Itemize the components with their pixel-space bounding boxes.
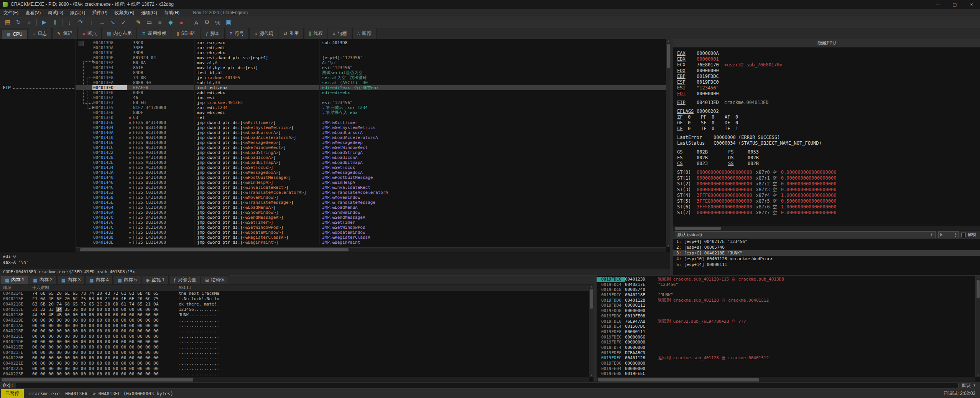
run-to-cursor-button[interactable]: →: [97, 18, 107, 27]
stack-row[interactable]: 0019FDF0 00000000: [597, 340, 975, 345]
dump-row[interactable]: 0040215E 21 0A 4E 6F 20 6C 75 63 6B 21 0…: [0, 296, 594, 302]
stack-row[interactable]: 0019FDC4 0040217E "123456": [597, 282, 975, 287]
disasm-row[interactable]: 004013F0 . 03FB add edi,ebx edi=edi+ebx: [76, 90, 666, 95]
toolbar-separator[interactable]: [62, 19, 62, 26]
disasm-row[interactable]: 004013F5 . 81F7 34120000 xor edi,1234 计算…: [76, 105, 666, 110]
stack-row[interactable]: 0019FDE8 00000111: [597, 329, 975, 335]
disasm-row[interactable]: 00401446 ▪ FF25 B8314000 jmp dword ptr d…: [76, 180, 666, 185]
register-row[interactable]: ESI"123456": [673, 85, 980, 91]
calling-convention-dropdown[interactable]: 默认 (stdcall)▼: [675, 231, 936, 238]
segment-row[interactable]: ES002BDS002B: [673, 155, 980, 161]
stack-vertical-scrollbar[interactable]: ▲ ▼: [975, 276, 980, 377]
run-button[interactable]: ▶: [39, 18, 49, 27]
disasm-row[interactable]: 00401434 ▪ FF25 AC314000 jmp dword ptr d…: [76, 165, 666, 170]
stack-row[interactable]: 0019FDCC 0040218E "JUNK": [597, 292, 975, 298]
disasm-row[interactable]: 004013F3 . EB ED jmp crackme.4013E2 esi:…: [76, 100, 666, 105]
help-button[interactable]: ▣: [224, 18, 233, 27]
open-file-button[interactable]: ▤: [3, 18, 13, 27]
stack-row[interactable]: 0019FDD4 00000111: [597, 303, 975, 308]
tab-handles[interactable]: # 句柄: [328, 28, 352, 39]
disasm-row[interactable]: 004013E8 . 74 0B je crackme.4013F5 seria…: [76, 75, 666, 80]
disasm-row[interactable]: 00401416 ▪ FF25 98314000 jmp dword ptr d…: [76, 140, 666, 145]
fpu-register-row[interactable]: ST(2)00000000000000000000x87r2 空0.000000…: [673, 181, 980, 187]
scrollbar-thumb[interactable]: [598, 378, 759, 381]
scrollbar-thumb[interactable]: [667, 44, 670, 68]
argument-row[interactable]: 5: [esp+14] 00000111: [673, 262, 980, 268]
dump-row[interactable]: 0040223E 00 00 00 00 00 00 00 00 00 00 0…: [0, 372, 594, 377]
dump-row[interactable]: 0040217E 31 32 33 34 35 36 00 00 00 00 0…: [0, 307, 594, 312]
stack-row[interactable]: 0019FDDC 0019FE08: [597, 314, 975, 319]
menu-debug[interactable]: 调试(D): [44, 9, 67, 17]
trace-into-button[interactable]: ↘: [108, 18, 118, 27]
argument-row[interactable]: 1: [esp+4] 0040217E "123456": [673, 239, 980, 244]
disasm-row[interactable]: 0040145E ▪ FF25 C8314000 jmp dword ptr d…: [76, 200, 666, 205]
menu-plugins[interactable]: 插件(P): [89, 9, 111, 17]
toolbar-separator[interactable]: [36, 19, 37, 26]
minimize-button[interactable]: ─: [929, 0, 946, 9]
disasm-row[interactable]: 004013FB . 8BDF mov ebx,edi 计算结果存入 ebx: [76, 110, 666, 115]
register-row[interactable]: EBP0019FDDC: [673, 74, 980, 79]
flags-row[interactable]: ZF0PF0AF0: [673, 114, 980, 120]
dump-row[interactable]: 0040222E 00 00 00 00 00 00 00 00 00 00 0…: [0, 366, 594, 372]
calculator-button[interactable]: %: [213, 18, 223, 27]
scrollbar-thumb[interactable]: [80, 248, 349, 251]
menu-trace[interactable]: 跟踪(T): [67, 9, 89, 17]
tab-trace[interactable]: ∴ 跟踪: [352, 28, 377, 39]
maximize-button[interactable]: ▢: [946, 0, 963, 9]
register-row[interactable]: ESP0019FDC0: [673, 79, 980, 85]
scrollbar-thumb[interactable]: [2, 378, 193, 381]
argument-row[interactable]: 2: [esp+8] 00005740: [673, 244, 980, 250]
stack-row[interactable]: 0019FDFC 00401128 返回到 crackme.sub_401128…: [597, 355, 975, 361]
binary-edit-button[interactable]: ■: [155, 18, 165, 27]
tab-script[interactable]: ƒ 脚本: [201, 28, 224, 39]
segment-row[interactable]: CS0023SS002B: [673, 161, 980, 167]
menu-help[interactable]: 帮助(H): [161, 9, 183, 17]
stack-row[interactable]: 0019FDD8 00000000: [597, 308, 975, 314]
stack-row[interactable]: 0019FE08 0019FEEC: [597, 371, 975, 377]
disasm-row[interactable]: 0040148E ▪ FF25 E8314000 jmp dword ptr d…: [76, 240, 666, 245]
register-row[interactable]: EBX00000001: [673, 56, 980, 62]
settings-button[interactable]: ⚙: [202, 18, 212, 27]
fpu-register-row[interactable]: ST(7)00000000000000000000x87r7 空0.000000…: [673, 210, 980, 216]
last-error-row[interactable]: LastError00000000 (ERROR_SUCCESS): [673, 135, 980, 140]
dump-row[interactable]: 0040216E 63 6B 20 74 68 65 72 65 2C 20 6…: [0, 302, 594, 307]
disasm-row[interactable]: 004013E4 . 8A1E mov bl,byte ptr ds:[esi]…: [76, 65, 666, 70]
tab-locals[interactable]: ƒ 局部变量: [169, 275, 201, 284]
stop-button[interactable]: ×: [24, 18, 34, 27]
argument-count-spinner[interactable]: 5 ▲▼: [938, 231, 959, 238]
dump-row[interactable]: 0040220E 00 00 00 00 00 00 00 00 00 00 0…: [0, 355, 594, 361]
tab-notes[interactable]: ✎ 笔记: [52, 28, 77, 39]
tab-seh[interactable]: § SEH链: [172, 28, 201, 39]
stack-row[interactable]: 0019FDD0 00401128 返回到 crackme.sub_401128…: [597, 298, 975, 303]
menu-favourites[interactable]: 收藏夹(B): [111, 9, 138, 17]
tab-call-stack[interactable]: ≣ 调用堆栈: [137, 28, 171, 39]
stack-row[interactable]: 0019FDC0 0040123D 返回到 crackme.sub_401128…: [597, 277, 975, 282]
flags-row[interactable]: CF0TF0IF1: [673, 126, 980, 132]
register-row[interactable]: EDX00000000: [673, 68, 980, 74]
disasm-row[interactable]: 0040141C ▪ FF25 9C314000 jmp dword ptr d…: [76, 145, 666, 150]
disassembly-view[interactable]: 004013D8 . 33C0 xor eax,eax sub_4013D8 0…: [76, 39, 666, 247]
register-row[interactable]: ECX76E80170<user32.sub_76E80170>: [673, 62, 980, 68]
tab-dump-4[interactable]: ▦ 内存 4: [85, 275, 113, 284]
toolbar-separator[interactable]: [189, 19, 189, 26]
dump-row[interactable]: 0040219E 00 00 00 00 00 00 00 00 00 00 0…: [0, 318, 594, 323]
stack-row[interactable]: 0019FDC8 00005740: [597, 287, 975, 292]
fpu-register-row[interactable]: ST(4)3FFF8000000000000000x87r4 空1.000000…: [673, 193, 980, 198]
disasm-row[interactable]: 004013DE . 8B7424 04 mov esi,dword ptr s…: [76, 55, 666, 60]
tab-dump-2[interactable]: ▦ 内存 2: [29, 275, 56, 284]
disasm-row[interactable]: 0040140A ▪ FF25 8C314000 jmp dword ptr d…: [76, 130, 666, 135]
disasm-row[interactable]: 004013E2 . B0 0A mov al,A A:'\n': [76, 60, 666, 65]
dump-row[interactable]: 004021BE 00 00 00 00 00 00 00 00 00 00 0…: [0, 329, 594, 334]
tab-references[interactable]: ⇄ 引用: [279, 28, 304, 39]
tab-memory-map[interactable]: ▤ 内存布局: [102, 28, 136, 39]
disasm-row[interactable]: 004013FD ● C3 ret: [76, 115, 666, 120]
memory-button[interactable]: ◆: [166, 18, 176, 27]
dump-row[interactable]: 0040218E 4A 55 4E 4B 00 00 00 00 00 00 0…: [0, 312, 594, 318]
close-button[interactable]: ×: [963, 0, 980, 9]
dump-row[interactable]: 0040221E 00 00 00 00 00 00 00 00 00 00 0…: [0, 361, 594, 366]
disasm-row[interactable]: 00401464 ▪ FF25 CC314000 jmp dword ptr d…: [76, 205, 666, 210]
disasm-row[interactable]: 004013EA . 80EB 30 sub bl,30 serial (ASC…: [76, 80, 666, 85]
disasm-row[interactable]: 00401422 ▪ FF25 A0314000 jmp dword ptr d…: [76, 150, 666, 155]
disasm-row[interactable]: 004013E6 . 84DB test bl,bl 测试serial是否为空: [76, 70, 666, 75]
tab-dump-1[interactable]: ▦ 内存 1: [1, 275, 28, 284]
